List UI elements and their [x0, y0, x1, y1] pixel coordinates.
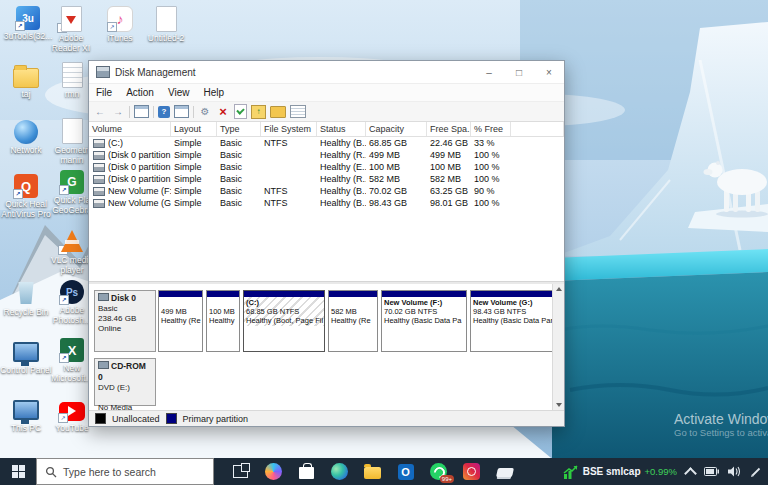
stock-label: BSE smlcap	[583, 466, 641, 477]
console-window-icon[interactable]	[174, 105, 189, 118]
edge-button[interactable]	[323, 458, 356, 485]
cell-layout: Simple	[171, 138, 217, 148]
outlook-icon: O	[398, 464, 414, 480]
desktop-icon-recycle-bin[interactable]: Recycle Bin	[0, 280, 52, 318]
cell-percentfree: 90 %	[471, 186, 511, 196]
check-document-icon[interactable]	[234, 104, 247, 119]
volume-row[interactable]: (C:) Simple Basic NTFS Healthy (B... 68.…	[89, 137, 564, 149]
cell-volume: (C:)	[89, 138, 171, 148]
column-header[interactable]: Type	[217, 122, 261, 136]
minimize-button[interactable]: –	[474, 61, 504, 83]
tray-chevron-icon[interactable]	[684, 467, 697, 480]
desktop-icon-network[interactable]: Network	[0, 120, 52, 156]
column-header[interactable]: Capacity	[366, 122, 427, 136]
back-icon[interactable]: ←	[93, 105, 107, 119]
disk-0-row: Disk 0 Basic 238.46 GB Online 499 MBHeal…	[94, 290, 563, 352]
itunes-icon: ♪	[107, 6, 133, 32]
volume-row[interactable]: (Disk 0 partition 5) Simple Basic Health…	[89, 173, 564, 185]
scroll-down-icon[interactable]	[556, 403, 562, 407]
unallocated-swatch	[95, 413, 106, 424]
menu-action[interactable]: Action	[119, 87, 161, 98]
volume-row[interactable]: (Disk 0 partition 1) Simple Basic Health…	[89, 149, 564, 161]
whatsapp-button[interactable]: 99+	[422, 458, 455, 485]
store-button[interactable]	[290, 458, 323, 485]
mount-drive-icon[interactable]: ↑	[251, 105, 266, 119]
instagram-button[interactable]	[455, 458, 488, 485]
cell-capacity: 582 MB	[366, 174, 427, 184]
column-header[interactable]: Free Spa...	[427, 122, 471, 136]
partition-f[interactable]: New Volume (F:)70.02 GB NTFSHealthy (Bas…	[381, 290, 467, 352]
cell-type: Basic	[217, 138, 261, 148]
cell-volume: New Volume (F:)	[89, 186, 171, 196]
menu-help[interactable]: Help	[196, 87, 231, 98]
column-header[interactable]: Layout	[171, 122, 217, 136]
cell-volume: New Volume (G:)	[89, 198, 171, 208]
document-icon	[153, 6, 179, 32]
menu-view[interactable]: View	[161, 87, 197, 98]
microsoft-store-icon	[299, 467, 314, 479]
cdrom-label[interactable]: CD-ROM 0 DVD (E:) No Media	[94, 358, 156, 406]
volume-row[interactable]: (Disk 0 partition 2) Simple Basic Health…	[89, 161, 564, 173]
desktop-icon-control-panel[interactable]: Control Panel	[0, 338, 52, 376]
copilot-button[interactable]	[257, 458, 290, 485]
cell-freespace: 582 MB	[427, 174, 471, 184]
desktop-icon-itunes[interactable]: ♪iTunes	[94, 6, 146, 44]
graduation-hat-icon	[496, 468, 514, 477]
quick-heal-icon: Q	[14, 174, 38, 198]
close-button[interactable]: ×	[534, 61, 564, 83]
column-header[interactable]: Status	[317, 122, 366, 136]
partition-100mb[interactable]: 100 MBHealthy	[206, 290, 240, 352]
desktop-icon-taj[interactable]: taj	[0, 62, 52, 100]
network-icon	[14, 120, 38, 144]
partition-582mb[interactable]: 582 MBHealthy (Re	[328, 290, 378, 352]
taskbar: Type here to search O 99+ BSE smlcap +0.…	[0, 458, 768, 485]
console-window-icon[interactable]	[134, 105, 149, 118]
cell-status: Healthy (R...	[317, 174, 366, 184]
help-icon[interactable]: ?	[158, 106, 170, 118]
pen-icon[interactable]	[750, 466, 762, 478]
desktop-icon-adobe-reader[interactable]: Adobe Reader XI	[45, 6, 97, 53]
watermark-line2: Go to Settings to activate Windows.	[674, 427, 768, 438]
stock-widget[interactable]: BSE smlcap +0.99%	[563, 465, 677, 479]
volume-row[interactable]: New Volume (G:) Simple Basic NTFS Health…	[89, 197, 564, 209]
cell-volume: (Disk 0 partition 2)	[89, 162, 171, 172]
delete-icon[interactable]: ×	[216, 105, 230, 119]
unacademy-button[interactable]	[488, 458, 521, 485]
volume-icon[interactable]	[728, 466, 741, 477]
partition-499mb[interactable]: 499 MBHealthy (Re	[158, 290, 203, 352]
partition-g[interactable]: New Volume (G:)98.43 GB NTFSHealthy (Bas…	[470, 290, 560, 352]
file-explorer-button[interactable]	[356, 458, 389, 485]
desktop-icon-quick-heal[interactable]: QQuick Heal AntiVirus Pro	[0, 174, 52, 219]
graphical-view: Disk 0 Basic 238.46 GB Online 499 MBHeal…	[89, 284, 564, 410]
list-view-icon[interactable]	[290, 105, 306, 118]
cell-status: Healthy (E...	[317, 162, 366, 172]
maximize-button[interactable]: □	[504, 61, 534, 83]
volume-icon	[93, 139, 105, 148]
volume-row[interactable]: New Volume (F:) Simple Basic NTFS Health…	[89, 185, 564, 197]
control-panel-icon	[13, 338, 39, 364]
vertical-scrollbar[interactable]	[552, 284, 564, 410]
column-header[interactable]: % Free	[471, 122, 511, 136]
outlook-button[interactable]: O	[389, 458, 422, 485]
forward-icon[interactable]: →	[111, 105, 125, 119]
menu-file[interactable]: File	[89, 87, 119, 98]
change-letter-icon[interactable]	[270, 106, 286, 118]
column-header[interactable]: File System	[261, 122, 317, 136]
properties-icon[interactable]: ⚙	[198, 105, 212, 119]
start-button[interactable]	[0, 458, 36, 485]
disk-0-label[interactable]: Disk 0 Basic 238.46 GB Online	[94, 290, 156, 352]
youtube-icon	[59, 396, 85, 422]
cell-type: Basic	[217, 186, 261, 196]
legend-label: Primary partition	[183, 414, 249, 424]
column-header[interactable]: Volume	[89, 122, 171, 136]
desktop-icon-untitled-2[interactable]: Untitled-2	[140, 6, 192, 44]
battery-icon[interactable]	[704, 467, 719, 476]
task-view-button[interactable]	[224, 458, 257, 485]
taskbar-search[interactable]: Type here to search	[36, 458, 214, 485]
title-bar[interactable]: Disk Management – □ ×	[89, 61, 564, 84]
desktop-icon-this-pc[interactable]: This PC	[0, 396, 52, 434]
folder-icon	[13, 62, 39, 88]
scroll-up-icon[interactable]	[556, 287, 562, 291]
disk-management-app-icon	[96, 66, 110, 78]
partition-c[interactable]: (C:)68.85 GB NTFSHealthy (Boot, Page Fil	[243, 290, 325, 352]
